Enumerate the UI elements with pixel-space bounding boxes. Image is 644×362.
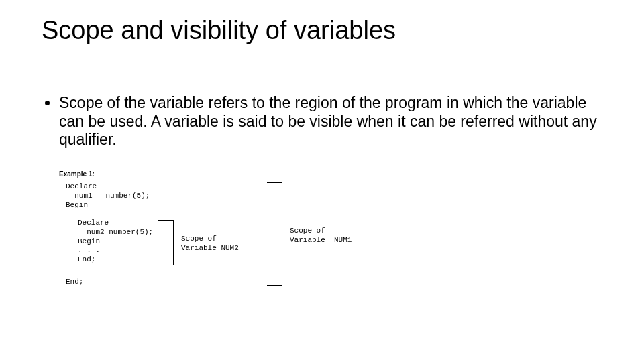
code-outer-block: Declare num1 number(5); Begin: [66, 182, 150, 210]
slide: Scope and visibility of variables Scope …: [0, 0, 644, 362]
code-outer-end: End;: [66, 278, 83, 287]
body-text: Scope of the variable refers to the regi…: [47, 94, 604, 149]
bullet-1: Scope of the variable refers to the regi…: [59, 94, 604, 149]
code-inner-block: Declare num2 number(5); Begin . . . End;: [78, 219, 153, 265]
slide-title: Scope and visibility of variables: [42, 16, 396, 45]
example-label: Example 1:: [59, 170, 95, 179]
bracket-num1: [267, 182, 282, 286]
scope-label-num2: Scope of Variable NUM2: [181, 235, 239, 253]
scope-diagram: Example 1: Declare num1 number(5); Begin…: [59, 170, 408, 298]
bracket-num2: [158, 220, 174, 265]
scope-label-num1: Scope of Variable NUM1: [290, 227, 352, 245]
